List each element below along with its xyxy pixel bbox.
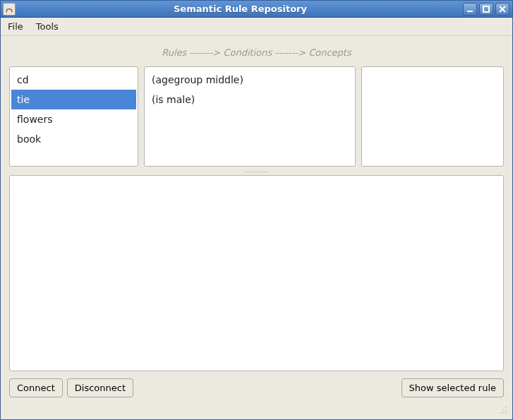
rules-item[interactable]: tie <box>11 90 136 109</box>
splitter[interactable] <box>9 169 504 174</box>
details-panel[interactable] <box>9 175 504 371</box>
maximize-button[interactable] <box>479 3 493 16</box>
svg-point-9 <box>500 412 501 414</box>
window-title: Semantic Rule Repository <box>18 4 463 14</box>
top-panels: cdtieflowersbook (agegroup middle)(is ma… <box>9 66 504 167</box>
conditions-item[interactable]: (agegroup middle) <box>146 70 354 90</box>
svg-point-7 <box>502 409 504 411</box>
subtitle-label: Rules -------> Conditions -------> Conce… <box>9 43 504 66</box>
close-button[interactable] <box>495 3 509 16</box>
resize-grip[interactable] <box>498 405 508 415</box>
svg-rect-3 <box>483 6 489 12</box>
svg-point-11 <box>505 412 507 414</box>
show-selected-rule-button[interactable]: Show selected rule <box>402 378 504 397</box>
disconnect-button[interactable]: Disconnect <box>67 378 133 397</box>
button-bar: Connect Disconnect Show selected rule <box>9 378 504 397</box>
conditions-item[interactable]: (is male) <box>146 90 354 109</box>
window-controls <box>463 3 512 16</box>
content-area: Rules -------> Conditions -------> Conce… <box>1 36 512 403</box>
svg-point-8 <box>505 409 507 411</box>
menu-tools[interactable]: Tools <box>33 20 61 33</box>
svg-point-10 <box>502 412 504 414</box>
menu-file[interactable]: File <box>5 20 26 33</box>
app-icon <box>3 3 16 16</box>
svg-rect-1 <box>11 11 13 12</box>
rules-list[interactable]: cdtieflowersbook <box>9 66 138 167</box>
minimize-button[interactable] <box>463 3 477 16</box>
svg-point-6 <box>505 407 507 408</box>
svg-rect-0 <box>6 11 8 12</box>
rules-item[interactable]: flowers <box>11 109 136 129</box>
title-bar: Semantic Rule Repository <box>1 1 512 18</box>
concepts-list[interactable] <box>361 66 504 167</box>
rules-item[interactable]: cd <box>11 70 136 90</box>
menu-bar: File Tools <box>1 18 512 36</box>
rules-item[interactable]: book <box>11 129 136 149</box>
connect-button[interactable]: Connect <box>9 378 63 397</box>
conditions-list[interactable]: (agegroup middle)(is male) <box>144 66 356 167</box>
